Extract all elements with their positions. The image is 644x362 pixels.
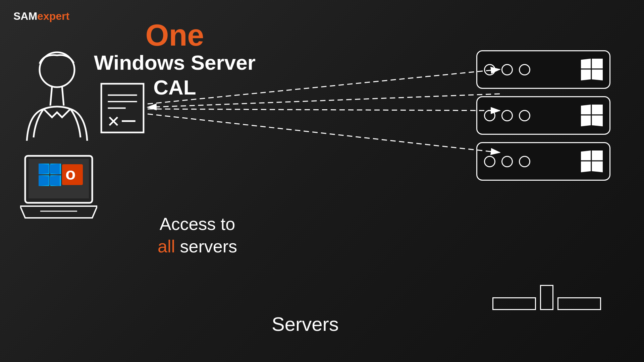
server-lights-2 <box>484 110 581 121</box>
server-light <box>519 110 530 121</box>
access-text: Access to all servers <box>158 213 237 258</box>
svg-line-2 <box>62 86 64 106</box>
svg-marker-24 <box>592 59 603 68</box>
server-light <box>501 156 513 167</box>
server-light <box>484 64 495 75</box>
windows-logo-icon <box>581 105 603 126</box>
servers-label: Servers <box>272 313 339 335</box>
windows-logo-icon <box>581 150 603 172</box>
svg-marker-30 <box>592 116 603 127</box>
server-base <box>476 297 617 310</box>
server-light <box>501 110 513 121</box>
svg-text:o: o <box>65 165 76 183</box>
title-one: One <box>94 20 256 50</box>
svg-marker-23 <box>581 59 591 68</box>
server-unit-3 <box>476 142 610 181</box>
server-light <box>484 156 495 167</box>
rack-leg-center <box>540 285 553 310</box>
rack-leg-left <box>492 297 536 310</box>
svg-marker-10 <box>50 164 60 174</box>
svg-marker-12 <box>50 175 60 186</box>
laptop-icon: o <box>20 154 97 221</box>
svg-line-37 <box>148 109 500 111</box>
cal-document-icon <box>99 82 146 134</box>
rack-leg-right <box>557 297 601 310</box>
windows-logo-icon <box>581 59 603 80</box>
svg-marker-34 <box>592 162 603 173</box>
server-unit-2 <box>476 96 610 135</box>
server-light <box>501 64 513 75</box>
svg-marker-29 <box>581 116 591 127</box>
server-light <box>519 64 530 75</box>
logo-expert: expert <box>37 10 69 22</box>
server-unit-1 <box>476 50 610 89</box>
svg-marker-9 <box>39 164 49 174</box>
rack-base <box>476 297 617 310</box>
svg-marker-28 <box>592 105 603 114</box>
svg-marker-33 <box>581 162 591 173</box>
svg-line-1 <box>50 86 52 106</box>
server-lights-1 <box>484 64 581 75</box>
server-light <box>519 156 530 167</box>
svg-marker-31 <box>581 150 591 160</box>
server-lights-3 <box>484 156 581 167</box>
svg-line-38 <box>148 114 500 153</box>
person-icon <box>17 50 97 141</box>
logo-sam: SAM <box>13 10 37 22</box>
svg-marker-32 <box>592 150 603 160</box>
svg-marker-27 <box>581 105 591 114</box>
svg-marker-11 <box>39 175 49 186</box>
server-light <box>484 110 495 121</box>
servers-container <box>476 50 617 188</box>
logo: SAMexpert <box>13 10 69 22</box>
svg-marker-26 <box>592 70 603 81</box>
svg-marker-25 <box>581 70 591 81</box>
